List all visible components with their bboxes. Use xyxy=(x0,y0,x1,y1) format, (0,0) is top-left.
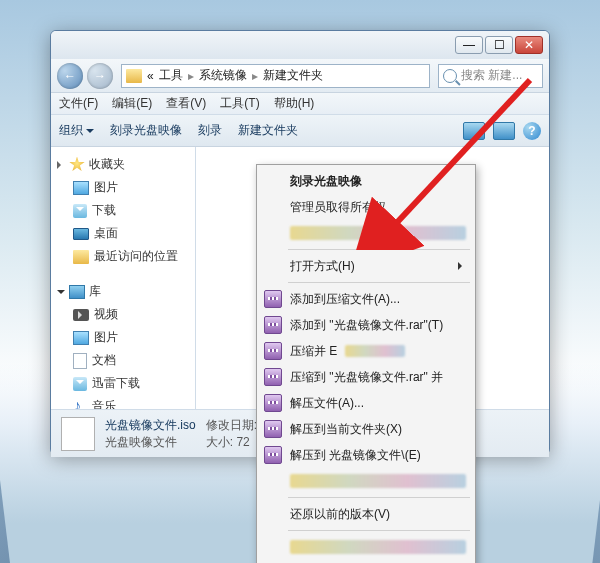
blank-icon xyxy=(264,172,282,190)
sidebar-item-pictures[interactable]: 图片 xyxy=(55,176,191,199)
context-separator xyxy=(288,530,470,531)
context-item-label: 解压文件(A)... xyxy=(290,395,364,412)
preview-pane-button[interactable] xyxy=(493,122,515,140)
file-name: 光盘镜像文件.iso xyxy=(105,417,196,434)
close-button[interactable]: ✕ xyxy=(515,36,543,54)
context-item[interactable]: 解压到 光盘镜像文件\(E) xyxy=(260,442,472,468)
maximize-button[interactable]: ☐ xyxy=(485,36,513,54)
document-icon xyxy=(73,353,87,369)
menu-tools[interactable]: 工具(T) xyxy=(220,95,259,112)
context-item[interactable]: 压缩并 E xyxy=(260,338,472,364)
burn-image-button[interactable]: 刻录光盘映像 xyxy=(110,122,182,139)
address-bar[interactable]: « 工具 ▸ 系统镜像 ▸ 新建文件夹 xyxy=(121,64,430,88)
blank-icon xyxy=(264,198,282,216)
context-item-label: 解压到 光盘镜像文件\(E) xyxy=(290,447,421,464)
context-item[interactable]: 刻录光盘映像 xyxy=(260,168,472,194)
forward-button[interactable]: → xyxy=(87,63,113,89)
folder-icon xyxy=(126,69,142,83)
menu-view[interactable]: 查看(V) xyxy=(166,95,206,112)
favorites-label: 收藏夹 xyxy=(89,156,125,173)
context-separator xyxy=(288,497,470,498)
rar-icon xyxy=(264,394,282,412)
breadcrumb-item[interactable]: 工具 xyxy=(159,67,183,84)
context-item-label: 压缩到 "光盘镜像文件.rar" 并 xyxy=(290,369,443,386)
context-item[interactable]: 解压到当前文件夹(X) xyxy=(260,416,472,442)
downloads-icon xyxy=(73,377,87,391)
sidebar-item-documents[interactable]: 文档 xyxy=(55,349,191,372)
context-menu: 刻录光盘映像管理员取得所有权打开方式(H)添加到压缩文件(A)...添加到 "光… xyxy=(256,164,476,563)
sidebar-item-recent[interactable]: 最近访问的位置 xyxy=(55,245,191,268)
context-item-redacted[interactable] xyxy=(260,220,472,246)
mod-date-label: 修改日期: xyxy=(206,418,257,432)
sidebar-item-downloads[interactable]: 下载 xyxy=(55,199,191,222)
rar-icon xyxy=(264,420,282,438)
sidebar-item-music[interactable]: ♪音乐 xyxy=(55,395,191,409)
context-item[interactable]: 解压文件(A)... xyxy=(260,390,472,416)
new-folder-button[interactable]: 新建文件夹 xyxy=(238,122,298,139)
pictures-icon xyxy=(73,331,89,345)
desktop-icon xyxy=(73,228,89,240)
context-item[interactable]: 还原以前的版本(V) xyxy=(260,501,472,527)
libraries-group[interactable]: 库 xyxy=(55,280,191,303)
menu-file[interactable]: 文件(F) xyxy=(59,95,98,112)
toolbar: 组织 刻录光盘映像 刻录 新建文件夹 ? xyxy=(51,115,549,147)
view-options-button[interactable] xyxy=(463,122,485,140)
context-item-label: 添加到压缩文件(A)... xyxy=(290,291,400,308)
context-item-redacted[interactable] xyxy=(260,468,472,494)
context-item-label: 压缩并 E xyxy=(290,343,337,360)
sidebar-item-desktop[interactable]: 桌面 xyxy=(55,222,191,245)
context-item[interactable]: 添加到 "光盘镜像文件.rar"(T) xyxy=(260,312,472,338)
size-label: 大小: xyxy=(206,435,233,449)
context-separator xyxy=(288,249,470,250)
nav-bar: ← → « 工具 ▸ 系统镜像 ▸ 新建文件夹 搜索 新建... xyxy=(51,59,549,93)
context-item[interactable]: 管理员取得所有权 xyxy=(260,194,472,220)
sidebar-item-thunder[interactable]: 迅雷下载 xyxy=(55,372,191,395)
search-box[interactable]: 搜索 新建... xyxy=(438,64,543,88)
library-icon xyxy=(69,285,85,299)
context-item-label: 解压到当前文件夹(X) xyxy=(290,421,402,438)
pictures-icon xyxy=(73,181,89,195)
rar-icon xyxy=(264,446,282,464)
context-item[interactable]: 添加到压缩文件(A)... xyxy=(260,286,472,312)
file-type: 光盘映像文件 xyxy=(105,434,196,451)
video-icon xyxy=(73,309,89,321)
help-icon[interactable]: ? xyxy=(523,122,541,140)
music-icon: ♪ xyxy=(73,399,87,410)
rar-icon xyxy=(264,342,282,360)
breadcrumb-item[interactable]: 系统镜像 xyxy=(199,67,247,84)
nav-pane: 收藏夹 图片 下载 桌面 最近访问的位置 库 视频 图片 文档 迅雷下载 ♪音乐 xyxy=(51,147,196,409)
context-item-label: 打开方式(H) xyxy=(290,258,355,275)
organize-button[interactable]: 组织 xyxy=(59,122,94,139)
expand-icon xyxy=(57,161,65,169)
titlebar[interactable]: — ☐ ✕ xyxy=(51,31,549,59)
downloads-icon xyxy=(73,204,87,218)
menu-bar: 文件(F) 编辑(E) 查看(V) 工具(T) 帮助(H) xyxy=(51,93,549,115)
context-item-redacted[interactable] xyxy=(260,534,472,560)
file-thumbnail xyxy=(61,417,95,451)
burn-button[interactable]: 刻录 xyxy=(198,122,222,139)
star-icon xyxy=(69,157,85,173)
menu-edit[interactable]: 编辑(E) xyxy=(112,95,152,112)
menu-help[interactable]: 帮助(H) xyxy=(274,95,315,112)
rar-icon xyxy=(264,368,282,386)
context-item[interactable]: 打开方式(H) xyxy=(260,253,472,279)
sidebar-item-videos[interactable]: 视频 xyxy=(55,303,191,326)
sidebar-item-pictures[interactable]: 图片 xyxy=(55,326,191,349)
recent-icon xyxy=(73,250,89,264)
context-separator xyxy=(288,282,470,283)
search-icon xyxy=(443,69,457,83)
breadcrumb-item[interactable]: 新建文件夹 xyxy=(263,67,323,84)
back-button[interactable]: ← xyxy=(57,63,83,89)
rar-icon xyxy=(264,316,282,334)
libraries-label: 库 xyxy=(89,283,101,300)
favorites-group[interactable]: 收藏夹 xyxy=(55,153,191,176)
context-item[interactable]: 压缩到 "光盘镜像文件.rar" 并 xyxy=(260,364,472,390)
blank-icon xyxy=(264,257,282,275)
breadcrumb-sep: ▸ xyxy=(188,69,194,83)
size-value: 72 xyxy=(236,435,249,449)
blank-icon xyxy=(264,505,282,523)
search-placeholder: 搜索 新建... xyxy=(461,67,522,84)
rar-icon xyxy=(264,290,282,308)
minimize-button[interactable]: — xyxy=(455,36,483,54)
context-item-label: 刻录光盘映像 xyxy=(290,173,362,190)
